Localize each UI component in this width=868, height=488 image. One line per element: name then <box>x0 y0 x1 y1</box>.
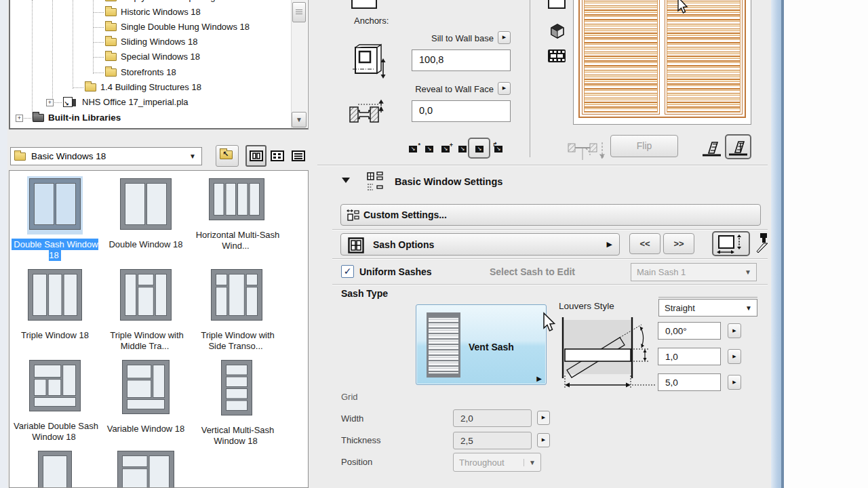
list-view-icon <box>292 150 305 161</box>
preview-elevation-icon[interactable] <box>548 0 566 9</box>
tree-item-special-windows-18[interactable]: Special Windows 18 <box>10 49 308 64</box>
window-thumbnail <box>36 449 74 488</box>
window-preview <box>573 0 751 125</box>
fixed-size-toggle-button[interactable] <box>712 231 750 256</box>
custom-settings-button[interactable]: Custom Settings... <box>340 204 761 226</box>
library-item-double-window-18[interactable]: Double Window 18 <box>100 176 191 250</box>
folder-icon <box>105 68 117 77</box>
tree-expand-button[interactable]: + <box>16 115 23 122</box>
tree-item-label: Special Windows 18 <box>121 52 200 62</box>
transfer-settings-icon[interactable] <box>755 232 772 253</box>
anchor-sill-outside-icon[interactable]: ↘ <box>458 144 469 152</box>
sash-select-dropdown-value: Main Sash 1 <box>637 267 686 277</box>
tree-item-nhs-office-17-imperial-pla[interactable]: +↘NHS Office 17_imperial.pla <box>10 95 308 110</box>
anchor-header-icon[interactable]: ↘ <box>425 144 435 152</box>
tree-item-label: Storefronts 18 <box>121 67 176 77</box>
grid-position-dropdown[interactable]: Throughout ▼ <box>453 453 541 472</box>
anchor-header-plus-icon[interactable]: ↘+ <box>441 144 452 152</box>
grid-thickness-input[interactable]: 2,5 <box>453 432 532 449</box>
tree-item-label: Sliding Windows 18 <box>121 37 197 47</box>
flyout-arrow-icon: ▶ <box>536 375 542 382</box>
tree-item-1-4-building-structures-18[interactable]: 1.4 Building Structures 18 <box>10 80 308 95</box>
louver-spacing-input[interactable]: 1,0 <box>658 348 721 365</box>
sill-to-wall-base-menu-button[interactable]: ▶ <box>498 31 511 44</box>
library-item-vertical-multi-sash-window-18[interactable]: Vertical Multi-Sash Window 18 <box>191 358 282 447</box>
library-item[interactable] <box>9 449 100 488</box>
louvers-style-dropdown-value: Straight <box>665 303 695 313</box>
window-thumbnail <box>120 358 172 419</box>
library-item-label: Double Sash Window 18 <box>9 239 100 261</box>
anchor-sill-flip-icon[interactable]: ↘↱ <box>494 144 505 152</box>
preview-3d-icon[interactable] <box>549 23 566 39</box>
library-item-triple-window-with-side-transo[interactable]: Triple Window with Side Transo... <box>191 267 282 352</box>
up-to-parent-folder-button[interactable]: ↖ <box>216 145 239 167</box>
tree-item-historic-windows-18[interactable]: Historic Windows 18 <box>10 5 308 20</box>
louver-depth-input[interactable]: 5,0 <box>658 373 721 391</box>
anchor-header-outside-icon[interactable]: ↘* <box>409 144 419 152</box>
library-item-double-sash-window-18[interactable]: Double Sash Window 18 <box>9 176 100 261</box>
grid-width-input[interactable]: 2,0 <box>453 409 532 427</box>
anchor-sill-icon[interactable]: ↘ <box>475 144 486 152</box>
section-title[interactable]: Basic Window Settings <box>395 176 502 187</box>
tree-item-built-in-libraries[interactable]: +Built-in Libraries <box>10 110 308 125</box>
library-item-horizontal-multi-sash-wind[interactable]: Horizontal Multi-Sash Wind... <box>191 176 282 251</box>
library-folder-dropdown[interactable]: Basic Windows 18 ▼ <box>10 147 202 165</box>
library-item-label: Triple Window with Side Transo... <box>191 330 282 352</box>
tree-connector <box>94 42 104 43</box>
grid-thickness-menu-button[interactable]: ▶ <box>537 433 550 447</box>
wall-opening-icon <box>351 0 377 9</box>
tree-item-single-double-hung-windows-18[interactable]: Single Double Hung Windows 18 <box>10 20 308 35</box>
library-item-triple-window-18[interactable]: Triple Window 18 <box>9 267 100 341</box>
tree-item-sliding-windows-18[interactable]: Sliding Windows 18 <box>10 35 308 49</box>
mirror-right-button[interactable] <box>725 134 751 159</box>
library-item-variable-window-18[interactable]: Variable Window 18 <box>100 358 191 434</box>
vent-sash-button[interactable]: Vent Sash ▶ <box>416 304 547 385</box>
previous-page-button[interactable]: << <box>629 233 660 254</box>
preview-louver-sash-left <box>582 0 660 115</box>
large-icons-view-icon <box>250 150 263 161</box>
reveal-to-wall-face-label: Reveal to Wall Face <box>380 84 494 94</box>
louver-depth-menu-button[interactable]: ▶ <box>728 375 741 390</box>
louver-angle-menu-button[interactable]: ▶ <box>728 323 741 338</box>
library-item-triple-window-with-middle-tra[interactable]: Triple Window with Middle Tra... <box>100 267 191 352</box>
library-tree-panel: Empty Window Openings 18Historic Windows… <box>9 0 309 129</box>
uniform-sashes-checkbox[interactable]: ✓ <box>341 265 354 278</box>
reveal-to-wall-face-menu-button[interactable]: ▶ <box>498 82 511 95</box>
custom-settings-label: Custom Settings... <box>363 209 447 220</box>
louver-spacing-menu-button[interactable]: ▶ <box>728 349 741 364</box>
view-mode-small-icons-button[interactable] <box>267 146 288 166</box>
library-item-label: Vertical Multi-Sash Window 18 <box>191 425 282 447</box>
folder-icon <box>105 23 117 31</box>
louver-angle-input[interactable]: 0,00° <box>658 322 721 340</box>
library-item-label: Horizontal Multi-Sash Wind... <box>191 230 282 251</box>
reveal-to-wall-face-input[interactable]: 0,0 <box>412 100 511 122</box>
sash-select-dropdown[interactable]: Main Sash 1 ▼ <box>631 263 757 281</box>
chevron-down-icon: ▼ <box>745 304 752 312</box>
tree-item-storefronts-18[interactable]: Storefronts 18 <box>10 65 308 80</box>
library-item[interactable] <box>100 449 191 488</box>
next-page-button[interactable]: >> <box>663 233 694 254</box>
tree-connector <box>94 12 104 13</box>
preview-animation-icon[interactable] <box>547 47 567 64</box>
louvers-style-dropdown[interactable]: Straight ▼ <box>658 299 757 317</box>
grid-width-menu-button[interactable]: ▶ <box>537 411 550 425</box>
tree-expand-button[interactable]: + <box>46 99 54 106</box>
sill-to-wall-base-input[interactable]: 100,8 <box>412 49 511 71</box>
mirror-left-button[interactable] <box>701 137 723 159</box>
tree-item-label: Empty Window Openings 18 <box>121 0 232 2</box>
sash-options-flyout-button[interactable]: Sash Options ▶ <box>340 233 620 256</box>
tree-item-empty-window-openings-18[interactable]: Empty Window Openings 18 <box>10 0 308 5</box>
section-collapse-arrow[interactable] <box>342 178 350 183</box>
window-left-edge <box>0 0 7 488</box>
tree-scrollbar-thumb[interactable] <box>292 2 306 22</box>
folder-icon <box>105 8 117 16</box>
chevron-down-icon: ▼ <box>745 268 751 276</box>
view-mode-large-icons-button[interactable] <box>245 145 267 167</box>
view-mode-list-button[interactable] <box>288 146 309 166</box>
folder-icon <box>14 152 26 161</box>
dark-folder-icon <box>33 114 44 122</box>
flip-button[interactable]: Flip <box>610 135 678 157</box>
tree-scrollbar-down-button[interactable]: ▼ <box>292 112 307 127</box>
library-item-variable-double-sash-window-18[interactable]: Variable Double Sash Window 18 <box>9 358 100 443</box>
grid-position-label: Position <box>341 457 372 467</box>
